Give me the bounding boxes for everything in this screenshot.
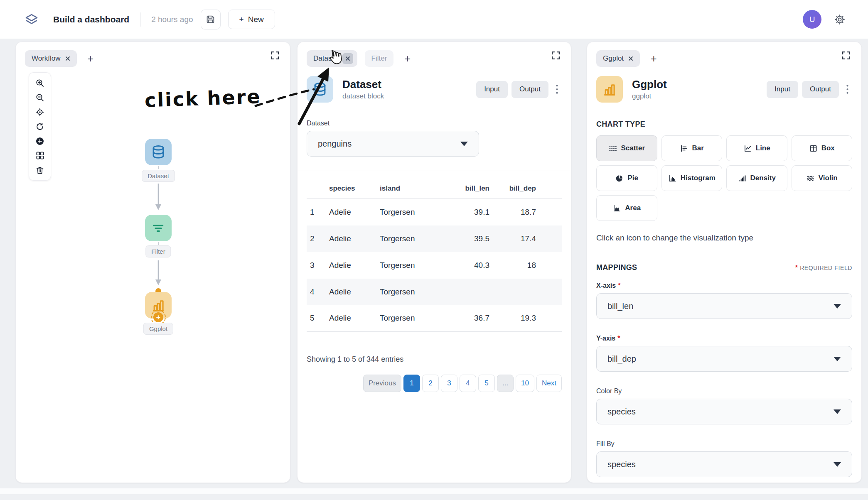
dataset-block-icon [307, 76, 333, 103]
chart-type-box[interactable]: Box [792, 135, 853, 161]
kebab-menu-icon[interactable] [552, 82, 562, 96]
mappings-heading: MAPPINGS [596, 263, 637, 272]
caret-down-icon [460, 142, 468, 146]
table-row[interactable]: 3AdelieTorgersen40.318195 [307, 252, 562, 279]
last-saved-timestamp: 2 hours ago [151, 15, 193, 24]
table-row[interactable]: 4AdelieTorgersen [307, 279, 562, 305]
violin-icon [806, 174, 815, 183]
kebab-menu-icon[interactable] [843, 82, 852, 96]
plus-icon: + [239, 15, 244, 24]
color-by-field: Color By species [596, 387, 852, 424]
output-button[interactable]: Output [802, 81, 839, 98]
col-bill-len: bill_len [444, 179, 493, 199]
input-button[interactable]: Input [476, 81, 508, 98]
gear-icon [834, 14, 846, 25]
chart-type-heading: CHART TYPE [596, 120, 852, 129]
close-icon[interactable] [342, 53, 353, 64]
divider [140, 12, 140, 27]
tab-filter[interactable]: Filter [365, 50, 394, 67]
block-title: Dataset [342, 78, 476, 91]
page-button-5[interactable]: 5 [478, 375, 495, 392]
x-axis-field: X-axis* bill_len [596, 282, 852, 319]
node-connector [158, 166, 159, 169]
node-dataset[interactable] [145, 139, 172, 165]
node-label-ggplot: Ggplot [143, 323, 173, 335]
density-icon [738, 174, 747, 183]
table-row[interactable]: 2AdelieTorgersen39.517.4186 [307, 225, 562, 252]
node-filter[interactable] [145, 215, 172, 241]
output-button[interactable]: Output [511, 81, 548, 98]
col-bill-dep: bill_dep [493, 179, 539, 199]
box-icon [809, 144, 818, 153]
data-table: species island bill_len bill_dep flipper… [307, 179, 562, 332]
required-field-note: * REQUIRED FIELD [793, 264, 852, 272]
x-axis-select[interactable]: bill_len [596, 293, 852, 319]
col-species: species [326, 179, 376, 199]
table-header-row: species island bill_len bill_dep flipper… [307, 179, 562, 199]
previous-page-button[interactable]: Previous [363, 375, 401, 392]
y-axis-select[interactable]: bill_dep [596, 346, 852, 372]
next-page-button[interactable]: Next [536, 375, 562, 392]
bar-icon [680, 144, 688, 153]
caret-down-icon [834, 409, 841, 414]
color-by-select[interactable]: species [596, 399, 852, 424]
fill-by-select[interactable]: species [596, 451, 852, 477]
page-button-2[interactable]: 2 [422, 375, 439, 392]
chart-type-pie[interactable]: Pie [596, 165, 657, 191]
table-row[interactable]: 5AdelieTorgersen36.719.3193 [307, 305, 562, 332]
page-button-3[interactable]: 3 [441, 375, 457, 392]
col-flipper: flipper_ [539, 179, 562, 199]
chart-type-violin[interactable]: Violin [792, 165, 853, 191]
caret-down-icon [834, 462, 841, 467]
block-subtitle: dataset block [342, 92, 476, 100]
workflow-canvas[interactable]: Dataset Filter + Ggpl [16, 42, 290, 483]
add-tab-button[interactable]: + [651, 54, 657, 64]
filter-icon [151, 221, 166, 235]
chart-type-bar[interactable]: Bar [661, 135, 723, 161]
tab-dataset[interactable]: Dataset [307, 50, 357, 67]
board: Workflow + [0, 39, 868, 494]
page-button-1[interactable]: 1 [403, 375, 420, 392]
page-button-4[interactable]: 4 [460, 375, 476, 392]
block-subtitle: ggplot [632, 92, 767, 100]
topbar: Build a dashboard 2 hours ago + New U [0, 0, 868, 39]
divider [298, 171, 571, 171]
page-button-10[interactable]: 10 [516, 375, 534, 392]
node-connector [158, 242, 159, 245]
avatar[interactable]: U [803, 10, 821, 29]
pagination: Previous 1 2 3 4 5 ... 10 Next [307, 375, 562, 392]
workflow-panel: Workflow + [15, 42, 290, 483]
input-button[interactable]: Input [767, 81, 798, 98]
line-icon [743, 144, 752, 153]
table-summary: Showing 1 to 5 of 344 entries [307, 355, 562, 364]
area-icon [612, 204, 621, 213]
settings-gear-button[interactable] [830, 10, 850, 29]
table-row[interactable]: 1AdelieTorgersen39.118.7181 [307, 199, 562, 225]
chart-type-histogram[interactable]: Histogram [661, 165, 723, 191]
save-button[interactable] [201, 10, 221, 29]
chart-type-area[interactable]: Area [596, 195, 657, 221]
dataset-select[interactable]: penguins [307, 131, 479, 157]
chart-type-scatter[interactable]: Scatter [596, 135, 657, 161]
new-button[interactable]: + New [228, 10, 275, 29]
app-logo-layers-icon [24, 13, 39, 26]
add-tab-button[interactable]: + [404, 54, 411, 64]
fill-by-field: Fill By species [596, 440, 852, 477]
fullscreen-icon[interactable] [841, 50, 851, 61]
close-icon[interactable] [628, 56, 633, 61]
histogram-icon [668, 174, 677, 183]
dataset-panel: Dataset Filter + Dataset [297, 42, 571, 483]
y-axis-field: Y-axis* bill_dep [596, 335, 852, 372]
tab-ggplot[interactable]: Ggplot [596, 50, 640, 67]
dataset-field-label: Dataset [307, 120, 562, 127]
add-connection-button[interactable]: + [153, 312, 163, 322]
database-icon [150, 144, 166, 160]
chart-type-line[interactable]: Line [726, 135, 787, 161]
page-ellipsis[interactable]: ... [497, 375, 514, 392]
fullscreen-icon[interactable] [551, 50, 561, 61]
dashboard-builder-app: Build a dashboard 2 hours ago + New U [0, 0, 868, 500]
chart-type-density[interactable]: Density [726, 165, 787, 191]
block-title: Ggplot [632, 78, 767, 91]
caret-down-icon [834, 304, 841, 309]
floppy-disk-icon [205, 14, 216, 25]
